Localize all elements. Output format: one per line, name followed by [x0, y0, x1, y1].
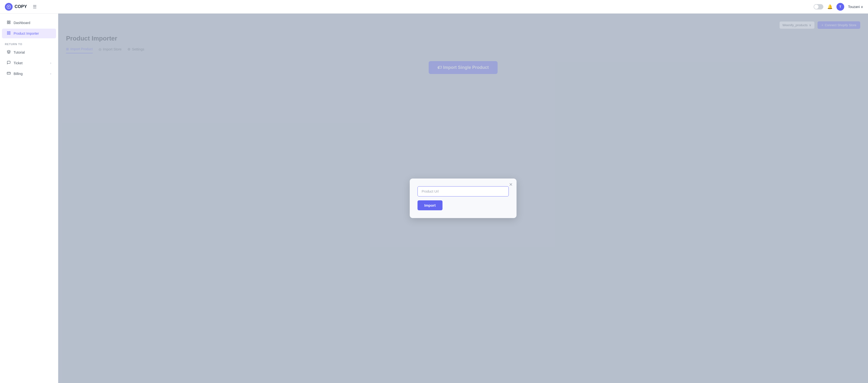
svg-rect-3	[9, 21, 10, 22]
sidebar-item-dashboard[interactable]: Dashboard	[2, 18, 56, 28]
svg-rect-5	[9, 23, 10, 24]
dashboard-icon	[7, 20, 11, 25]
svg-rect-2	[7, 21, 8, 22]
product-importer-icon	[7, 31, 11, 36]
sidebar-item-product-importer[interactable]: Product Importer	[2, 29, 56, 38]
toggle-switch[interactable]	[814, 4, 823, 9]
svg-rect-7	[9, 32, 10, 33]
modal-close-button[interactable]: ✕	[509, 182, 513, 187]
logo-text: COPY	[14, 4, 27, 9]
bell-icon[interactable]: 🔔	[827, 4, 833, 9]
chevron-down-icon: ∨	[861, 5, 863, 9]
sidebar-item-tutorial[interactable]: Tutorial	[2, 47, 56, 57]
sidebar-item-ticket[interactable]: Ticket ›	[2, 58, 56, 68]
logo-icon	[5, 3, 12, 11]
app-logo[interactable]: COPY	[5, 3, 27, 11]
billing-chevron-icon: ›	[50, 72, 51, 75]
tutorial-label: Tutorial	[13, 51, 25, 54]
app-body: Dashboard Product Importer RETURN TO Tut…	[0, 13, 868, 383]
ticket-label: Ticket	[13, 61, 23, 65]
billing-icon	[7, 71, 11, 76]
main-content: Weenify_products ∨ + Connect Shopify Sto…	[58, 13, 868, 383]
svg-point-1	[8, 7, 9, 7]
modal-dialog: ✕ Import	[410, 179, 517, 218]
svg-rect-8	[7, 33, 8, 34]
product-url-input[interactable]	[417, 186, 509, 196]
sidebar: Dashboard Product Importer RETURN TO Tut…	[0, 13, 58, 383]
tutorial-icon	[7, 50, 11, 55]
user-menu[interactable]: Touzani ∨	[848, 5, 863, 9]
ticket-chevron-icon: ›	[50, 61, 51, 65]
modal-import-button[interactable]: Import	[417, 200, 442, 210]
product-importer-label: Product Importer	[13, 32, 39, 35]
navbar-right: 🔔 T Touzani ∨	[814, 3, 863, 11]
navbar: COPY ☰ 🔔 T Touzani ∨	[0, 0, 868, 13]
hamburger-icon[interactable]: ☰	[33, 4, 37, 9]
svg-rect-4	[7, 23, 8, 24]
return-to-label: RETURN TO	[0, 39, 58, 47]
user-avatar: T	[836, 3, 844, 11]
modal-overlay: ✕ Import	[58, 13, 868, 383]
ticket-icon	[7, 61, 11, 65]
svg-rect-10	[7, 72, 10, 74]
dashboard-label: Dashboard	[13, 21, 30, 25]
billing-label: Billing	[13, 72, 23, 76]
sidebar-item-billing[interactable]: Billing ›	[2, 69, 56, 78]
svg-rect-6	[7, 32, 8, 33]
svg-rect-9	[9, 33, 10, 34]
